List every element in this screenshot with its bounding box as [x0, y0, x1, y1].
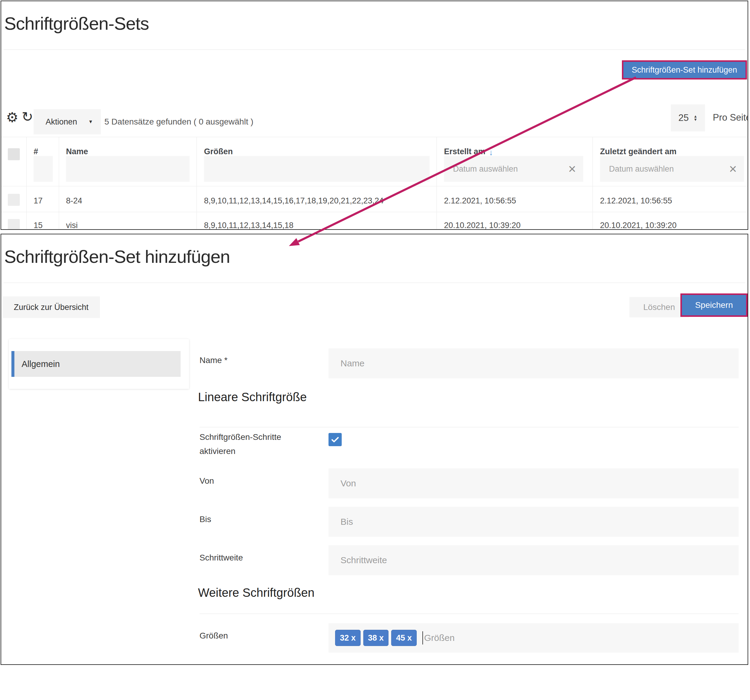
back-to-overview-button[interactable]: Zurück zur Übersicht	[2, 297, 100, 318]
cell-id: 15	[34, 221, 43, 230]
bis-field[interactable]	[329, 507, 739, 537]
column-header-created[interactable]: Erstellt am↓	[444, 147, 493, 156]
per-page-value: 25	[678, 112, 689, 123]
cell-id: 17	[34, 196, 43, 206]
cell-modified: 2.12.2021, 10:56:55	[600, 196, 672, 206]
von-field[interactable]	[329, 468, 739, 498]
refresh-icon[interactable]: ↻	[22, 110, 33, 124]
clear-icon[interactable]: ×	[729, 162, 737, 175]
row-checkbox[interactable]	[8, 194, 20, 206]
clear-icon[interactable]: ×	[568, 162, 576, 175]
stepper-icon: ▲▼	[694, 115, 698, 121]
add-font-size-set-button[interactable]: Schriftgrößen-Set hinzufügen	[623, 62, 745, 78]
per-page-label: Pro Seite	[713, 112, 748, 123]
result-count: 5 Datensätze gefunden ( 0 ausgewählt )	[105, 117, 254, 127]
section-divider	[200, 427, 739, 427]
steps-checkbox-checked[interactable]	[329, 433, 342, 446]
per-page-select[interactable]: 25 ▲▼	[671, 105, 705, 131]
title-divider	[4, 49, 745, 50]
add-button-annotation-highlight: Schriftgrößen-Set hinzufügen	[622, 60, 747, 80]
date-placeholder: Datum auswählen	[609, 165, 674, 174]
save-button-annotation-highlight: Speichern	[681, 294, 748, 317]
column-header-sizes[interactable]: Größen	[204, 147, 233, 156]
actions-dropdown[interactable]: Aktionen ▼	[34, 109, 101, 134]
steps-checkbox-label: Schriftgrößen-Schritte aktivieren	[200, 430, 281, 458]
filter-date-created[interactable]: Datum auswählen ×	[444, 156, 583, 182]
cell-name: visi	[66, 221, 78, 230]
bis-label: Bis	[200, 515, 211, 524]
filter-input-id[interactable]	[34, 156, 53, 182]
page-title: Schriftgrößen-Sets	[4, 13, 149, 34]
more-section-heading: Weitere Schriftgrößen	[198, 586, 314, 600]
filter-date-modified[interactable]: Datum auswählen ×	[600, 156, 744, 182]
filter-input-name[interactable]	[66, 156, 190, 182]
linear-section-heading: Lineare Schriftgröße	[198, 390, 307, 404]
select-all-checkbox[interactable]	[8, 148, 20, 160]
check-icon	[330, 434, 340, 445]
column-header-name[interactable]: Name	[66, 147, 88, 156]
row-divider	[1, 212, 748, 212]
groessen-label: Größen	[200, 631, 228, 641]
cell-created: 2.12.2021, 10:56:55	[444, 196, 516, 206]
sidebar: Allgemein	[9, 339, 189, 389]
schrittweite-field[interactable]	[329, 545, 739, 575]
gear-icon[interactable]: ⚙	[6, 111, 18, 124]
column-divider	[436, 137, 437, 229]
sort-desc-icon: ↓	[489, 148, 493, 157]
title-divider	[4, 283, 745, 283]
column-header-id[interactable]: #	[34, 147, 38, 156]
size-tag[interactable]: 45 x	[391, 630, 417, 646]
text-cursor	[423, 631, 423, 645]
filter-input-sizes[interactable]	[204, 156, 430, 182]
sizes-placeholder: Größen	[424, 633, 455, 643]
save-button[interactable]: Speichern	[682, 295, 746, 315]
cell-created: 20.10.2021, 10:39:20	[444, 221, 521, 230]
row-checkbox[interactable]	[8, 219, 20, 230]
cell-sizes: 8,9,10,11,12,13,14,15,18	[204, 221, 294, 230]
column-divider	[59, 137, 59, 229]
von-label: Von	[200, 476, 214, 486]
sidebar-item-allgemein[interactable]: Allgemein	[11, 351, 181, 377]
schrittweite-label: Schrittweite	[200, 553, 243, 563]
sidebar-item-label: Allgemein	[22, 359, 60, 369]
date-placeholder: Datum auswählen	[453, 165, 518, 174]
overview-panel: Schriftgrößen-Sets Schriftgrößen-Set hin…	[1, 1, 748, 230]
size-tag[interactable]: 38 x	[363, 630, 389, 646]
detail-panel: Schriftgrößen-Set hinzufügen Zurück zur …	[1, 234, 748, 665]
column-header-modified[interactable]: Zuletzt geändert am	[600, 147, 676, 156]
column-divider	[197, 137, 197, 229]
delete-button[interactable]: Löschen	[629, 297, 689, 317]
detail-title: Schriftgrößen-Set hinzufügen	[4, 246, 230, 267]
sizes-tag-input[interactable]: 32 x 38 x 45 x Größen	[329, 623, 739, 652]
chevron-down-icon: ▼	[88, 119, 93, 125]
cell-name: 8-24	[66, 196, 82, 206]
cell-modified: 20.10.2021, 10:39:20	[600, 221, 676, 230]
cell-sizes: 8,9,10,11,12,13,14,15,16,17,18,19,20,21,…	[204, 196, 384, 206]
column-divider	[26, 137, 27, 229]
size-tag[interactable]: 32 x	[335, 630, 361, 646]
actions-dropdown-label: Aktionen	[46, 117, 77, 127]
header-bottom-border	[1, 186, 748, 186]
section-divider	[200, 614, 739, 614]
name-field[interactable]	[329, 348, 739, 378]
name-label: Name *	[200, 355, 227, 365]
